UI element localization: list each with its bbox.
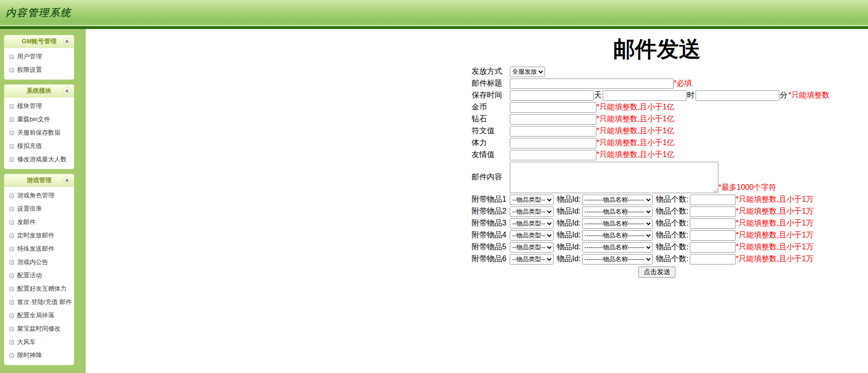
sidebar-item-limited-god-descent[interactable]: 限时神降 (4, 349, 74, 362)
submit-row: 点击发送 (472, 266, 842, 278)
save-time-row: 保存时间 天 时 分 *只能填整数 (472, 90, 842, 101)
item-name-select-4[interactable]: ---------物品名称-------- (582, 230, 653, 241)
sidebar-item-cornucopia-time[interactable]: 聚宝盆时间修改 (4, 322, 74, 335)
sidebar-item-user-management[interactable]: 用户管理 (4, 50, 74, 63)
app-header: 内容管理系统 (0, 0, 868, 26)
panel-header-gm-account[interactable]: GM账号管理 (4, 35, 74, 48)
item-type-select-2[interactable]: --物品类型-- (510, 206, 554, 217)
sidebar-item-send-mail[interactable]: 发邮件 (4, 216, 74, 229)
item-id-label: 物品Id: (557, 218, 581, 228)
item-name-select-2[interactable]: ---------物品名称-------- (582, 206, 653, 217)
sidebar-item-ingame-announcement[interactable]: 游戏内公告 (4, 255, 74, 269)
stamina-input[interactable] (510, 138, 596, 148)
bullet-icon (10, 55, 14, 59)
item-count-label: 物品个数: (656, 195, 688, 205)
rune-row: 符文值 *只能填整数,且小于1亿 (472, 126, 842, 137)
friendship-input[interactable] (510, 150, 596, 160)
sidebar-item-configure-activity[interactable]: 配置活动 (4, 269, 74, 282)
friendship-row: 友情值 *只能填整数,且小于1亿 (472, 150, 842, 160)
gold-row: 金币 *只能填整数,且小于1亿 (472, 102, 842, 113)
attached-item-label: 附带物品3 (472, 218, 510, 228)
item-name-select-5[interactable]: ---------物品名称-------- (582, 242, 653, 253)
sidebar-item-label: 模块管理 (17, 102, 42, 110)
mail-title-note: *必填 (674, 79, 692, 88)
mail-content-row: 邮件内容 *最多1000个字符 (472, 162, 842, 193)
attached-item-label: 附带物品5 (472, 242, 510, 252)
unit-hour: 时 (687, 90, 695, 100)
gold-input[interactable] (510, 102, 596, 113)
attached-item-row-6: 附带物品6 --物品类型-- 物品Id: ---------物品名称------… (472, 254, 842, 265)
attached-item-label: 附带物品6 (472, 254, 510, 264)
sidebar-item-scheduled-mail[interactable]: 定时发放邮件 (4, 229, 74, 242)
item-count-input-5[interactable] (690, 242, 736, 253)
bullet-icon (10, 300, 14, 304)
sidebar-item-simulate-recharge[interactable]: 模拟充值 (4, 139, 74, 153)
sidebar-item-label: 用户管理 (17, 52, 42, 61)
sidebar-item-special-mail[interactable]: 特殊发送邮件 (4, 242, 74, 255)
sidebar-item-big-windmill[interactable]: 大风车 (4, 335, 74, 349)
collapse-icon[interactable] (63, 38, 71, 45)
sidebar-item-label: 配置好友互赠体力 (17, 285, 67, 293)
collapse-icon[interactable] (63, 87, 71, 94)
diamond-note: *只能填整数,且小于1亿 (596, 114, 675, 124)
attached-item-label: 附带物品1 (472, 195, 510, 205)
item-type-select-3[interactable]: --物品类型-- (510, 218, 554, 229)
item-name-select-6[interactable]: ---------物品名称-------- (582, 254, 653, 265)
sidebar-item-game-role-management[interactable]: 游戏角色管理 (4, 189, 74, 202)
panel-header-system-modules[interactable]: 系统模块 (4, 85, 74, 98)
item-count-input-2[interactable] (690, 206, 736, 217)
item-count-input-6[interactable] (690, 254, 736, 265)
friendship-label: 友情值 (472, 150, 510, 160)
sidebar-item-first-login-recharge-mail[interactable]: 首次 登陆/充值 邮件 (4, 295, 74, 309)
save-time-minutes-input[interactable] (696, 90, 779, 101)
bullet-icon (10, 353, 14, 358)
mail-title-input[interactable] (510, 79, 674, 89)
save-time-days-input[interactable] (510, 90, 594, 101)
sidebar-item-label: 配置全局掉落 (17, 311, 54, 320)
item-count-input-3[interactable] (690, 218, 736, 229)
item-type-select-5[interactable]: --物品类型-- (510, 242, 554, 253)
item-type-select-6[interactable]: --物品类型-- (510, 254, 554, 265)
diamond-input[interactable] (510, 114, 596, 125)
sidebar-item-friend-stamina[interactable]: 配置好友互赠体力 (4, 282, 74, 295)
item-name-select-3[interactable]: ---------物品名称-------- (582, 218, 653, 229)
sidebar-item-permission-settings[interactable]: 权限设置 (4, 63, 74, 77)
item-type-select-4[interactable]: --物品类型-- (510, 230, 554, 241)
stamina-note: *只能填整数,且小于1亿 (596, 138, 675, 148)
item-name-select-1[interactable]: ---------物品名称-------- (582, 195, 653, 205)
attached-item-row-3: 附带物品3 --物品类型-- 物品Id: ---------物品名称------… (472, 218, 842, 229)
item-count-label: 物品个数: (656, 254, 688, 264)
bullet-icon (10, 68, 14, 72)
sidebar-item-global-drop[interactable]: 配置全局掉落 (4, 309, 74, 322)
sidebar-item-reload-bin[interactable]: 重载bin文件 (4, 113, 74, 126)
sidebar-item-module-management[interactable]: 模块管理 (4, 99, 74, 113)
bullet-icon (10, 274, 14, 278)
send-button[interactable]: 点击发送 (638, 266, 676, 278)
mail-title-label: 邮件标题 (472, 79, 510, 88)
sidebar-item-save-before-shutdown[interactable]: 关服前保存数据 (4, 126, 74, 139)
sidebar-item-max-players[interactable]: 修改游戏最大人数 (4, 153, 74, 166)
bullet-icon (10, 220, 14, 225)
item-type-select-1[interactable]: --物品类型-- (510, 195, 554, 205)
item-id-label: 物品Id: (557, 206, 581, 216)
item-count-input-4[interactable] (690, 230, 736, 241)
panel-title: GM账号管理 (22, 37, 57, 46)
panel-header-game-management[interactable]: 游戏管理 (4, 174, 74, 187)
item-count-input-1[interactable] (690, 195, 736, 205)
bullet-icon (10, 131, 14, 135)
rune-input[interactable] (510, 126, 596, 137)
attached-item-label: 附带物品2 (472, 206, 510, 216)
collapse-icon[interactable] (63, 177, 71, 184)
mail-title-row: 邮件标题 *必填 (472, 79, 842, 89)
sidebar-item-label: 大风车 (17, 338, 36, 346)
rune-note: *只能填整数,且小于1亿 (596, 126, 675, 136)
bullet-icon (10, 104, 14, 108)
mail-content-textarea[interactable] (510, 162, 718, 193)
gold-note: *只能填整数,且小于1亿 (596, 102, 675, 112)
send-mode-select[interactable]: 全服发放 (510, 67, 545, 77)
attached-item-label: 附带物品4 (472, 230, 510, 240)
sidebar-item-set-multiplier[interactable]: 设置倍率 (4, 202, 74, 216)
item-count-note: *只能填整数,且小于1万 (736, 206, 814, 216)
save-time-hours-input[interactable] (603, 90, 686, 101)
sidebar-item-label: 模拟充值 (17, 142, 42, 150)
